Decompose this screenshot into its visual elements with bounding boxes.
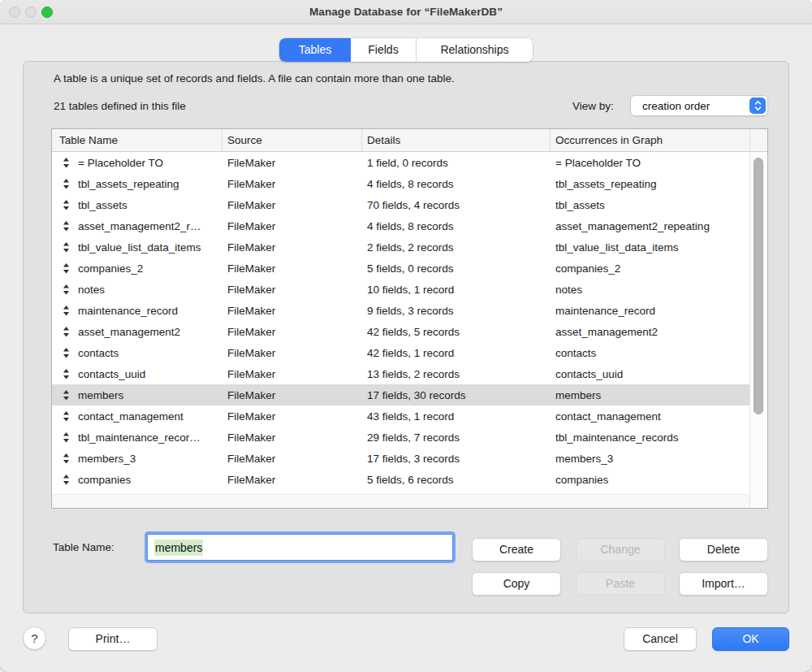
table-row[interactable]: asset_management2_r… FileMaker 4 fields,… [52, 215, 750, 236]
table-name-label: Table Name: [53, 534, 114, 561]
title-bar[interactable]: Manage Database for “FileMakerDB” [0, 0, 812, 24]
reorder-handle-icon[interactable] [63, 327, 70, 337]
tables-list: Table Name Source Details Occurrences in… [51, 128, 768, 509]
table-row[interactable]: maintenance_record FileMaker 9 fields, 3… [52, 300, 750, 321]
cell-table-name: tbl_assets [78, 199, 127, 211]
cell-occurrences: tbl_value_list_data_items [551, 241, 750, 254]
reorder-handle-icon[interactable] [63, 179, 70, 189]
cell-details: 42 fields, 5 records [362, 326, 551, 338]
reorder-handle-icon[interactable] [63, 432, 70, 443]
copy-button[interactable]: Copy [472, 572, 561, 596]
reorder-handle-icon[interactable] [63, 158, 70, 168]
tab-fields[interactable]: Fields [351, 38, 416, 62]
vertical-scrollbar[interactable] [749, 152, 767, 508]
view-by-dropdown[interactable]: creation order [630, 95, 768, 116]
column-header-details[interactable]: Details [362, 129, 551, 151]
cell-source: FileMaker [222, 410, 362, 423]
cell-source: FileMaker [222, 389, 362, 401]
table-row[interactable]: tbl_assets_repeating FileMaker 4 fields,… [52, 173, 750, 194]
create-button[interactable]: Create [472, 538, 561, 561]
cell-occurrences: companies [551, 474, 750, 486]
tab-relationships[interactable]: Relationships [416, 38, 533, 62]
table-name-input[interactable]: members [147, 534, 453, 561]
delete-button[interactable]: Delete [679, 538, 768, 561]
table-row[interactable]: tbl_maintenance_recor… FileMaker 29 fiel… [52, 427, 750, 448]
cell-details: 29 fields, 7 records [362, 431, 551, 444]
column-header-source[interactable]: Source [222, 129, 362, 151]
cell-occurrences: members_3 [551, 453, 750, 465]
cell-occurrences: asset_management2 [551, 326, 750, 338]
table-row[interactable]: members FileMaker 17 fields, 30 records … [52, 384, 750, 405]
cell-details: 5 fields, 6 records [362, 474, 551, 486]
cell-occurrences: asset_management2_repeating [551, 220, 750, 232]
reorder-handle-icon[interactable] [63, 411, 70, 422]
import-button[interactable]: Import… [679, 572, 768, 596]
tables-panel: A table is a unique set of records and f… [23, 61, 789, 613]
help-button[interactable]: ? [23, 626, 46, 650]
table-row[interactable]: asset_management2 FileMaker 42 fields, 5… [52, 321, 750, 342]
table-row[interactable]: tbl_value_list_data_items FileMaker 2 fi… [52, 236, 750, 258]
cell-source: FileMaker [222, 241, 362, 254]
cell-table-name: asset_management2_r… [78, 220, 201, 232]
cell-source: FileMaker [222, 157, 362, 169]
panel-description: A table is a unique set of records and f… [54, 72, 455, 85]
table-row[interactable]: contacts_uuid FileMaker 13 fields, 2 rec… [52, 363, 750, 384]
column-header-occurrences[interactable]: Occurrences in Graph [551, 129, 750, 151]
cell-details: 4 fields, 8 records [362, 178, 551, 190]
cell-table-name: members_3 [78, 453, 136, 465]
column-header-table-name[interactable]: Table Name [52, 129, 222, 151]
table-name-value: members [154, 540, 203, 556]
cell-source: FileMaker [222, 453, 362, 465]
cancel-button[interactable]: Cancel [624, 627, 697, 651]
cell-occurrences: notes [551, 284, 750, 296]
table-row[interactable]: contact_management FileMaker 43 fields, … [52, 405, 750, 427]
table-row[interactable]: contacts FileMaker 42 fields, 1 record c… [52, 342, 750, 363]
cell-details: 43 fields, 1 record [362, 410, 551, 423]
manage-database-dialog: Manage Database for “FileMakerDB” Tables… [0, 0, 812, 672]
table-row[interactable]: companies_2 FileMaker 5 fields, 0 record… [52, 258, 750, 279]
vertical-scrollbar-thumb[interactable] [754, 158, 763, 414]
reorder-handle-icon[interactable] [63, 263, 70, 274]
cell-table-name: contact_management [78, 410, 184, 423]
cell-occurrences: = Placeholder TO [551, 157, 750, 169]
reorder-handle-icon[interactable] [63, 242, 70, 253]
print-button[interactable]: Print… [68, 627, 158, 651]
ok-button[interactable]: OK [712, 627, 789, 651]
close-window-icon [9, 7, 20, 18]
horizontal-scrollbar[interactable] [52, 494, 749, 508]
reorder-handle-icon[interactable] [63, 453, 70, 464]
cell-details: 9 fields, 3 records [362, 305, 551, 317]
reorder-handle-icon[interactable] [63, 200, 70, 210]
table-count-text: 21 tables defined in this file [54, 100, 186, 112]
cell-occurrences: maintenance_record [551, 305, 750, 317]
cell-table-name: contacts [78, 347, 119, 359]
reorder-handle-icon[interactable] [63, 284, 70, 295]
table-rows: = Placeholder TO FileMaker 1 field, 0 re… [52, 152, 750, 490]
cell-source: FileMaker [222, 347, 362, 359]
reorder-handle-icon[interactable] [63, 306, 70, 316]
view-by-label: View by: [572, 100, 614, 112]
table-row[interactable]: = Placeholder TO FileMaker 1 field, 0 re… [52, 152, 750, 173]
minimize-window-icon [25, 7, 37, 18]
reorder-handle-icon[interactable] [63, 390, 70, 401]
tab-tables[interactable]: Tables [279, 38, 351, 62]
table-row[interactable]: tbl_assets FileMaker 70 fields, 4 record… [52, 194, 750, 215]
reorder-handle-icon[interactable] [63, 348, 70, 358]
reorder-handle-icon[interactable] [63, 369, 70, 379]
cell-details: 70 fields, 4 records [362, 199, 551, 211]
change-button: Change [576, 538, 665, 561]
zoom-window-icon[interactable] [41, 7, 53, 18]
cell-table-name: members [78, 389, 123, 401]
view-by-value: creation order [631, 100, 749, 112]
table-row[interactable]: members_3 FileMaker 17 fields, 3 records… [52, 448, 750, 469]
reorder-handle-icon[interactable] [63, 475, 70, 485]
table-row[interactable]: companies FileMaker 5 fields, 6 records … [52, 469, 750, 490]
cell-table-name: companies [78, 474, 131, 486]
cell-table-name: asset_management2 [78, 326, 180, 338]
chevron-up-down-icon [749, 98, 766, 114]
cell-source: FileMaker [222, 199, 362, 211]
cell-source: FileMaker [222, 178, 362, 190]
cell-source: FileMaker [222, 431, 362, 444]
table-row[interactable]: notes FileMaker 10 fields, 1 record note… [52, 279, 750, 300]
reorder-handle-icon[interactable] [63, 221, 70, 232]
